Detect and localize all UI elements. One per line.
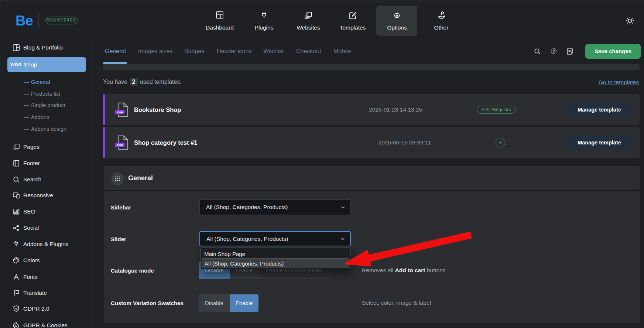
svg-text:G: G [15, 307, 17, 310]
svg-text:TMP: TMP [117, 111, 123, 114]
svg-text:TMP: TMP [117, 144, 123, 147]
